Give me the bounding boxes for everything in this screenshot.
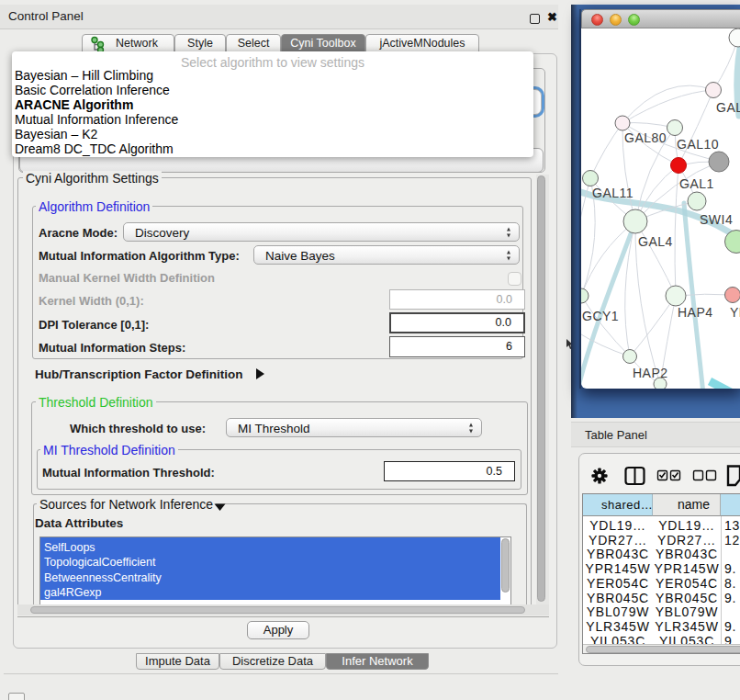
svg-text:SWI4: SWI4 (700, 212, 733, 227)
svg-text:GAL11: GAL11 (592, 186, 633, 200)
svg-text:GAL1: GAL1 (679, 176, 714, 191)
svg-text:HAP2: HAP2 (633, 366, 668, 380)
svg-text:HAP4: HAP4 (678, 305, 713, 320)
svg-text:GCY1: GCY1 (582, 309, 619, 323)
svg-text:YEL: YEL (730, 305, 740, 320)
svg-text:GAL80: GAL80 (624, 130, 667, 145)
svg-text:GAL2: GAL2 (716, 100, 740, 115)
svg-text:GAL4: GAL4 (638, 234, 673, 249)
svg-text:GAL10: GAL10 (677, 137, 719, 152)
